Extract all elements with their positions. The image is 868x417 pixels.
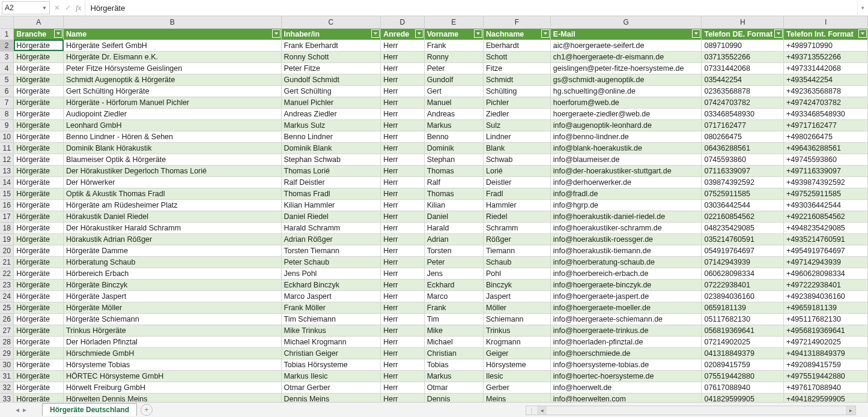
cell[interactable]: Leonhard GmbH xyxy=(64,119,281,131)
filter-dropdown-icon[interactable] xyxy=(415,29,423,38)
filter-dropdown-icon[interactable] xyxy=(858,29,867,38)
cell[interactable]: Herr xyxy=(381,347,424,359)
cell[interactable]: Peter Schaub xyxy=(281,256,381,268)
cell[interactable]: Stephan Schwab xyxy=(281,154,381,165)
cell[interactable]: Daniel Riedel xyxy=(281,211,381,222)
cell[interactable]: Thomas Lorié xyxy=(281,165,381,176)
cell[interactable]: Dominik Blank Hörakustik xyxy=(64,142,281,154)
cell[interactable]: Ronny xyxy=(424,51,483,62)
table-header-cell[interactable]: Telefon Int. Format xyxy=(784,28,868,40)
cell[interactable]: Blaumeiser Optik & Hörgeräte xyxy=(64,154,281,165)
cell[interactable]: Schülting xyxy=(484,85,551,97)
cell[interactable]: Hörgeräte xyxy=(14,188,64,199)
cell[interactable]: info@hoerakustik-roessger.de xyxy=(550,233,702,245)
cell[interactable]: Herr xyxy=(381,370,424,382)
cell[interactable]: 07214902025 xyxy=(702,336,784,347)
cell[interactable]: Hammler xyxy=(484,199,551,211)
cell[interactable]: +4935214760591 xyxy=(784,233,868,245)
cell[interactable]: Hörgeräte xyxy=(14,222,64,233)
cell[interactable]: Hörschmiede GmbH xyxy=(64,347,281,359)
cell[interactable]: Marco Jaspert xyxy=(281,290,381,302)
cell[interactable]: +4939874392592 xyxy=(784,176,868,188)
cell[interactable]: gs@schmidt-augenoptik.de xyxy=(550,74,702,85)
cell[interactable]: Herr xyxy=(381,290,424,302)
cell[interactable]: +497214902025 xyxy=(784,336,868,347)
cell[interactable]: Herr xyxy=(381,176,424,188)
cell[interactable]: info@hoerakustiker-schramm.de xyxy=(550,222,702,233)
cell[interactable]: 060628098334 xyxy=(702,268,784,279)
cell[interactable]: +497331442068 xyxy=(784,62,868,74)
cell[interactable]: Markus xyxy=(424,370,483,382)
cell[interactable]: Herr xyxy=(381,245,424,256)
cell[interactable]: Gert xyxy=(424,85,483,97)
cell[interactable]: 080266475 xyxy=(702,131,784,142)
row-header-17[interactable]: 17 xyxy=(0,211,14,222)
cell[interactable]: Hörgeräte xyxy=(14,233,64,245)
row-header-16[interactable]: 16 xyxy=(0,199,14,211)
cell[interactable]: Mike Trinkus xyxy=(281,325,381,336)
cell[interactable]: 02089415759 xyxy=(702,359,784,370)
filter-dropdown-icon[interactable] xyxy=(692,29,700,38)
row-header-6[interactable]: 6 xyxy=(0,85,14,97)
row-header-25[interactable]: 25 xyxy=(0,302,14,313)
cell[interactable]: Trinkus xyxy=(484,325,551,336)
cell[interactable]: Dominik Blank xyxy=(281,142,381,154)
tab-prev-icon[interactable]: ◂ xyxy=(16,406,19,414)
cell[interactable]: ch1@hoergeraete-dr-eismann.de xyxy=(550,51,702,62)
col-header-F[interactable]: F xyxy=(484,16,551,28)
cell[interactable]: 035442254 xyxy=(702,74,784,85)
cell[interactable]: Hörgeräte Möller xyxy=(64,302,281,313)
cell[interactable]: Pichler xyxy=(484,97,551,108)
cell[interactable]: Hörgeräte xyxy=(14,325,64,336)
cell[interactable]: +4956819369641 xyxy=(784,325,868,336)
table-header-cell[interactable]: Anrede xyxy=(381,28,424,40)
cell[interactable]: Ralf xyxy=(424,176,483,188)
cell[interactable]: Herr xyxy=(381,85,424,97)
cell[interactable]: Andreas Ziedler xyxy=(281,108,381,119)
cell[interactable]: Herr xyxy=(381,359,424,370)
row-header-33[interactable]: 33 xyxy=(0,393,14,402)
fx-icon[interactable]: fx xyxy=(76,3,81,13)
table-header-cell[interactable]: Inhaber/in xyxy=(281,28,381,40)
cell[interactable]: +4954919764697 xyxy=(784,245,868,256)
cell[interactable]: Ronny Schott xyxy=(281,51,381,62)
cell[interactable]: Mike xyxy=(424,325,483,336)
scroll-left-button[interactable]: ◂ xyxy=(537,406,547,415)
cell[interactable]: 0717162477 xyxy=(702,119,784,131)
cell[interactable]: Fradl xyxy=(484,188,551,199)
cell[interactable]: +497142943939 xyxy=(784,256,868,268)
cell[interactable]: +493713552266 xyxy=(784,51,868,62)
cell[interactable]: Jaspert xyxy=(484,290,551,302)
col-header-C[interactable]: C xyxy=(281,16,381,28)
cell[interactable]: info@hoergeraete-jaspert.de xyxy=(550,290,702,302)
cell[interactable]: Herr xyxy=(381,268,424,279)
cell[interactable]: Gundolf Schmidt xyxy=(281,74,381,85)
cell[interactable]: Herr xyxy=(381,336,424,347)
cell[interactable]: +497116339097 xyxy=(784,165,868,176)
sheet-tab-active[interactable]: Hörgeräte Deutschland xyxy=(42,403,137,416)
table-header-cell[interactable]: Branche xyxy=(14,28,64,40)
cell[interactable]: Peter Fitze xyxy=(281,62,381,74)
cell[interactable]: Michael Krogmann xyxy=(281,336,381,347)
horizontal-scrollbar[interactable]: ⋮ ◂ ▸ xyxy=(526,406,856,415)
cell[interactable]: Eberhardt xyxy=(484,40,551,51)
cell[interactable]: Der Hörakustiker Degerloch Thomas Lorié xyxy=(64,165,281,176)
cell[interactable]: Schiemann xyxy=(484,313,551,325)
cell[interactable]: 0659181139 xyxy=(702,302,784,313)
row-header-23[interactable]: 23 xyxy=(0,279,14,290)
cell[interactable]: Marco xyxy=(424,290,483,302)
cell[interactable]: Harald xyxy=(424,222,483,233)
filter-dropdown-icon[interactable] xyxy=(541,29,550,38)
cell[interactable]: Herr xyxy=(381,51,424,62)
cell[interactable]: Hörgeräte xyxy=(14,85,64,97)
cell[interactable]: Hörgeräte xyxy=(14,347,64,359)
cell[interactable]: Hörgeräte xyxy=(14,62,64,74)
cell[interactable]: Hörgeräte xyxy=(14,211,64,222)
cell[interactable]: +492363568878 xyxy=(784,85,868,97)
cell[interactable]: Hörgeräte xyxy=(14,97,64,108)
cell[interactable]: Herr xyxy=(381,256,424,268)
cell[interactable]: Eckhard Binczyk xyxy=(281,279,381,290)
filter-dropdown-icon[interactable] xyxy=(371,29,380,38)
cell[interactable]: Hörgeräte xyxy=(14,245,64,256)
cell[interactable]: Herr xyxy=(381,199,424,211)
